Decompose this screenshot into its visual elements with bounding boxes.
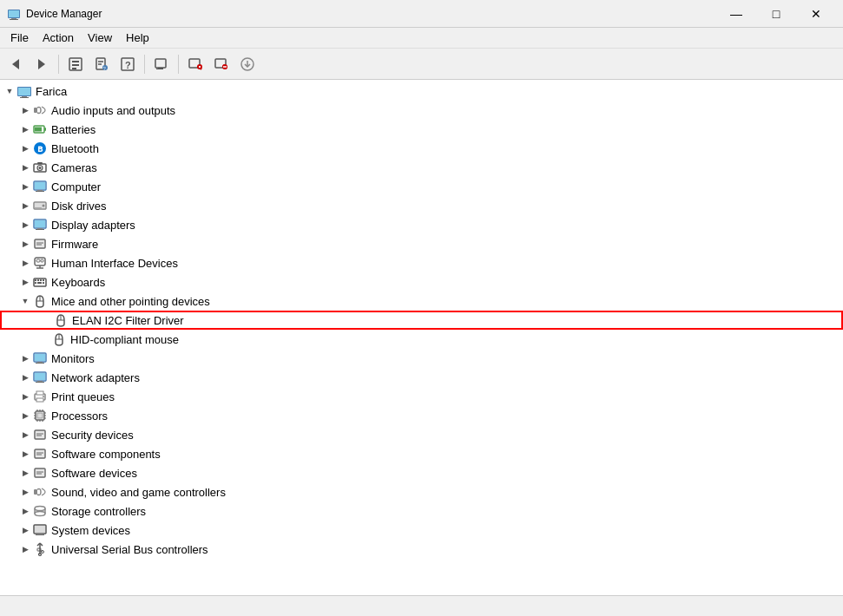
cameras-label: Cameras [51,161,97,174]
svg-rect-124 [35,526,45,533]
svg-rect-115 [36,469,44,476]
keyboard-icon [32,274,48,290]
tree-item-mice[interactable]: Mice and other pointing devices [0,292,843,311]
svg-rect-126 [36,534,44,535]
toolbar: ? ? [0,49,843,80]
software-comp-label: Software components [51,448,161,461]
tree-item-software-comp[interactable]: Software components [0,444,843,463]
display-label: Display adapters [51,219,135,232]
tree-item-firmware[interactable]: Firmware [0,234,843,253]
tree-item-security[interactable]: Security devices [0,425,843,444]
svg-point-91 [43,396,44,397]
tree-item-disk[interactable]: Disk drives [0,196,843,215]
computer-label: Computer [51,180,101,193]
svg-rect-67 [35,279,36,281]
svg-rect-87 [36,382,44,383]
tree-item-cameras[interactable]: Cameras [0,158,843,177]
menu-action[interactable]: Action [36,29,81,46]
menu-file[interactable]: File [3,29,36,46]
svg-rect-73 [43,282,44,284]
monitor-icon [32,351,48,366]
bluetooth-icon: ʙ [32,141,48,156]
chevron-cameras [19,161,31,174]
network-icon [32,370,48,385]
properties-button[interactable] [63,52,88,76]
svg-rect-69 [40,279,42,281]
svg-rect-38 [44,128,46,131]
chevron-processors [19,410,31,422]
chevron-mice [19,295,31,307]
tree-item-bluetooth[interactable]: ʙ Bluetooth [0,139,843,158]
storage-icon [32,503,48,519]
tree-item-audio[interactable]: Audio inputs and outputs [0,101,843,120]
tree-item-usb[interactable]: Universal Serial Bus controllers [0,540,843,559]
svg-rect-19 [156,69,163,69]
menu-help[interactable]: Help [119,29,156,46]
tree-item-software-dev[interactable]: Software devices [0,463,843,482]
disk-label: Disk drives [51,200,107,213]
svg-text:ʙ: ʙ [37,143,43,154]
close-button[interactable]: ✕ [796,0,836,28]
tree-item-sound[interactable]: Sound, video and game controllers [0,482,843,501]
tree-item-hid-mouse[interactable]: HID-compliant mouse [0,330,843,349]
computer-icon [32,179,48,194]
add-button[interactable] [183,52,207,76]
scan-button[interactable] [149,52,174,76]
tree-item-computer[interactable]: Computer [0,177,843,196]
tree-item-display[interactable]: Display adapters [0,215,843,234]
download-button[interactable] [235,52,260,76]
tree-item-keyboards[interactable]: Keyboards [0,272,843,292]
svg-rect-34 [20,97,29,98]
disk-icon [32,198,48,213]
sound-icon [32,484,48,500]
svg-rect-44 [37,162,43,164]
tree-item-batteries[interactable]: Batteries [0,120,843,139]
svg-rect-85 [35,373,45,380]
tree-item-monitors[interactable]: Monitors [0,349,843,368]
tree-item-processors[interactable]: Processors [0,406,843,425]
minimize-button[interactable]: — [716,0,756,28]
tree-item-system[interactable]: System devices [0,521,843,540]
toolbar-sep-1 [58,55,59,74]
remove-button[interactable] [209,52,234,76]
main-content: Farica Audio inputs and outputs [0,80,843,595]
maximize-button[interactable]: □ [756,0,796,28]
svg-rect-72 [37,282,42,284]
svg-rect-46 [35,182,45,189]
tree-item-print[interactable]: Print queues [0,387,843,406]
chevron-firmware [19,238,31,250]
tree-root[interactable]: Farica [0,82,843,101]
svg-rect-35 [34,108,37,113]
tree-item-network[interactable]: Network adapters [0,368,843,387]
camera-icon [32,160,48,175]
firmware-label: Firmware [51,238,98,251]
forward-button[interactable] [30,52,54,76]
svg-marker-4 [12,59,19,69]
svg-point-122 [35,512,45,516]
svg-rect-111 [36,450,44,457]
tree-item-hid[interactable]: Human Interface Devices [0,253,843,272]
help-button[interactable]: ? [115,52,140,76]
svg-rect-52 [35,207,42,208]
device-tree[interactable]: Farica Audio inputs and outputs [0,80,843,595]
menu-view[interactable]: View [81,29,119,46]
software-dev-label: Software devices [51,467,137,480]
title-bar: Device Manager — □ ✕ [0,0,843,28]
tree-item-storage[interactable]: Storage controllers [0,501,843,521]
toolbar-sep-3 [178,55,179,74]
security-label: Security devices [51,429,134,442]
tree-item-elan[interactable]: ELAN I2C Filter Driver [0,311,843,330]
svg-rect-3 [10,19,18,20]
network-label: Network adapters [51,371,140,384]
chevron-storage [19,505,31,517]
back-button[interactable] [3,52,28,76]
audio-icon [32,102,48,118]
toolbar-sep-2 [144,55,145,74]
chevron-system [19,524,31,536]
update-driver-button[interactable]: ? [89,52,114,76]
svg-rect-58 [36,240,44,247]
svg-marker-5 [38,59,45,69]
svg-rect-89 [36,391,43,395]
chevron-farica [3,85,16,97]
svg-rect-7 [72,61,79,62]
